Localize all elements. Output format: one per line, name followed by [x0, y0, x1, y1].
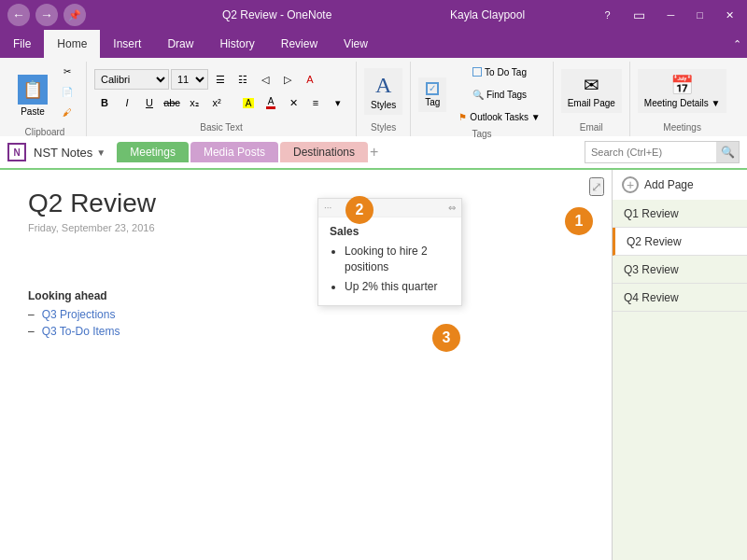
font-color-button[interactable]: A	[261, 92, 281, 113]
add-page-icon: +	[622, 176, 639, 193]
tags-label: Tags	[472, 129, 491, 139]
tag-button[interactable]: Tag	[418, 77, 446, 112]
italic-button[interactable]: I	[117, 92, 137, 113]
looking-ahead-item-2: – Q3 To-Do Items	[28, 325, 584, 338]
font-row-1: Calibri 11 ☰ ☷ ◁ ▷ A	[94, 69, 348, 90]
tab-insert[interactable]: Insert	[100, 30, 154, 58]
tab-file[interactable]: File	[0, 30, 44, 58]
ribbon-content: 📋 Paste ✂ 📄 🖌 Clipboard Calibri 11 ☰	[0, 58, 747, 136]
close-button[interactable]: ✕	[720, 7, 740, 23]
tab-home[interactable]: Home	[44, 30, 100, 58]
basic-text-group: Calibri 11 ☰ ☷ ◁ ▷ A B I U abc x₂ x²	[87, 62, 357, 136]
help-button[interactable]: ?	[599, 7, 615, 22]
font-row-2: B I U abc x₂ x² A A ✕ ≡ ▾	[94, 92, 348, 113]
clipboard-label: Clipboard	[25, 127, 65, 137]
bullet-list-button[interactable]: ☰	[210, 69, 231, 90]
email-page-button[interactable]: ✉ Email Page	[561, 69, 622, 113]
popup-header: ··· ⇔	[318, 199, 461, 217]
tab-review[interactable]: Review	[268, 30, 331, 58]
looking-ahead-title: Looking ahead	[28, 289, 584, 302]
sales-title: Sales	[330, 225, 450, 238]
notebook-tabs: Meetings Media Posts Destinations +	[117, 142, 378, 162]
callout-1: 1	[565, 207, 593, 235]
pin-button[interactable]: 📌	[63, 4, 86, 26]
tab-media-posts[interactable]: Media Posts	[190, 142, 278, 162]
tab-meetings[interactable]: Meetings	[117, 142, 189, 162]
title-bar: ← → 📌 Q2 Review - OneNote Kayla Claypool…	[0, 0, 747, 30]
tab-draw[interactable]: Draw	[154, 30, 206, 58]
strikethrough-button[interactable]: abc	[162, 92, 182, 113]
bold-button[interactable]: B	[94, 92, 115, 113]
align-button[interactable]: ≡	[305, 92, 326, 113]
notebook-icon: N	[7, 143, 26, 161]
highlight-button[interactable]: A	[238, 92, 259, 113]
tab-history[interactable]: History	[206, 30, 267, 58]
sales-list: Looking to hire 2 positions Up 2% this q…	[345, 244, 450, 294]
tags-list: To Do Tag 🔍 Find Tags ⚑ Outlook Tasks ▼	[454, 62, 544, 127]
minimize-button[interactable]: ─	[662, 7, 681, 22]
superscript-button[interactable]: x²	[206, 92, 227, 113]
font-family-select[interactable]: Calibri	[94, 69, 169, 90]
sales-popup: ··· ⇔ Sales Looking to hire 2 positions …	[317, 198, 462, 306]
clipboard-group: 📋 Paste ✂ 📄 🖌 Clipboard	[4, 62, 87, 136]
meetings-group: 📅 Meeting Details ▼ Meetings	[630, 62, 735, 136]
search-button[interactable]: 🔍	[716, 142, 739, 162]
text-style-button[interactable]: A	[300, 69, 320, 90]
page-panel: + Add Page Q1 Review Q2 Review Q3 Review…	[612, 170, 747, 560]
back-button[interactable]: ←	[7, 4, 30, 26]
main-content: ⤢ Q2 Review Friday, September 23, 2016 ·…	[0, 170, 747, 560]
tag-icon	[426, 82, 439, 95]
subscript-button[interactable]: x₂	[184, 92, 204, 113]
format-painter-button[interactable]: 🖌	[56, 103, 78, 121]
maximize-button[interactable]: □	[691, 7, 709, 22]
paste-button[interactable]: 📋 Paste	[11, 70, 54, 121]
notebook-dropdown-arrow: ▼	[96, 147, 106, 158]
tab-destinations[interactable]: Destinations	[280, 142, 368, 162]
clipboard-area: 📋 Paste ✂ 📄 🖌	[11, 62, 78, 125]
expand-button[interactable]: ⤢	[589, 177, 604, 196]
sales-item-2: Up 2% this quarter	[345, 279, 450, 295]
title-bar-controls: ? ▭ ─ □ ✕	[599, 6, 740, 24]
meeting-details-button[interactable]: 📅 Meeting Details ▼	[638, 69, 727, 113]
page-item-q1[interactable]: Q1 Review	[613, 200, 747, 228]
outlook-tasks-button[interactable]: ⚑ Outlook Tasks ▼	[454, 106, 544, 127]
copy-button[interactable]: 📄	[56, 82, 78, 101]
clear-format-button[interactable]: ✕	[283, 92, 303, 113]
note-area: ⤢ Q2 Review Friday, September 23, 2016 ·…	[0, 170, 612, 560]
search-input[interactable]	[585, 142, 716, 162]
page-item-q3[interactable]: Q3 Review	[613, 256, 747, 284]
basic-text-label: Basic Text	[200, 122, 242, 133]
tab-view[interactable]: View	[331, 30, 381, 58]
sales-item-1: Looking to hire 2 positions	[345, 244, 450, 275]
notebook-name[interactable]: NST Notes ▼	[34, 146, 106, 160]
add-page-button[interactable]: + Add Page	[613, 170, 747, 200]
font-size-select[interactable]: 11	[171, 69, 208, 90]
align-dropdown[interactable]: ▾	[328, 92, 348, 113]
paste-icon: 📋	[18, 75, 48, 105]
increase-indent-button[interactable]: ▷	[277, 69, 298, 90]
meetings-label: Meetings	[663, 122, 701, 133]
cut-copy-group: ✂ 📄 🖌	[56, 62, 78, 121]
page-item-q4[interactable]: Q4 Review	[613, 284, 747, 312]
find-tags-button[interactable]: 🔍 Find Tags	[454, 84, 544, 105]
numbered-list-button[interactable]: ☷	[233, 69, 253, 90]
ribbon-collapse-button[interactable]: ⌃	[727, 30, 747, 58]
styles-label: Styles	[371, 122, 396, 133]
underline-button[interactable]: U	[139, 92, 160, 113]
cut-button[interactable]: ✂	[56, 62, 78, 80]
forward-button[interactable]: →	[35, 4, 58, 26]
styles-button[interactable]: A Styles	[364, 68, 402, 115]
callout-2: 2	[345, 196, 374, 224]
restore-button[interactable]: ▭	[627, 6, 651, 24]
tags-group: Tag To Do Tag 🔍 Find Tags ⚑ Outlook Task…	[411, 62, 553, 136]
decrease-indent-button[interactable]: ◁	[255, 69, 275, 90]
note-title: Q2 Review	[28, 189, 584, 218]
search-box: 🔍	[585, 141, 740, 163]
page-item-q2[interactable]: Q2 Review	[613, 228, 747, 256]
email-group: ✉ Email Page Email	[554, 62, 630, 136]
add-tab-button[interactable]: +	[370, 142, 378, 162]
looking-ahead: Looking ahead – Q3 Projections – Q3 To-D…	[28, 289, 584, 338]
popup-body: Sales Looking to hire 2 positions Up 2% …	[318, 217, 461, 305]
todo-tag-button[interactable]: To Do Tag	[454, 62, 544, 82]
note-date: Friday, September 23, 2016	[28, 222, 584, 233]
